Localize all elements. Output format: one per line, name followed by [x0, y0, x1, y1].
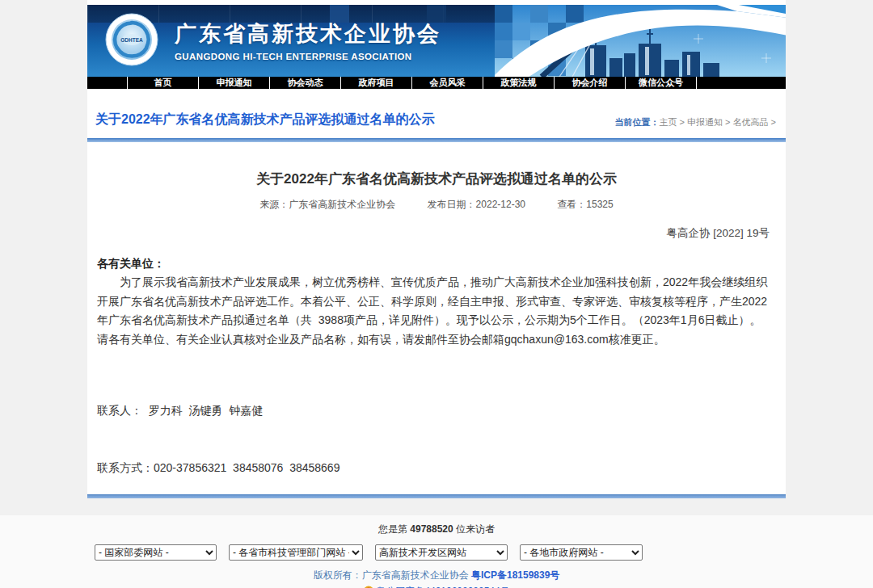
nav-blank-lead — [87, 77, 127, 89]
nav-item-member-showcase[interactable]: 会员风采 — [411, 77, 483, 89]
article-paragraph-2: 请各有关单位、有关企业认真核对企业及产品名称，如有误，请发邮件至协会邮箱gqch… — [97, 330, 776, 350]
page: GDHTEA 广东省高新技术企业协会 GUANGDONG HI-TECH ENT… — [0, 0, 873, 588]
select-provincial-tech-departments[interactable]: - 各省市科技管理部门网站 - — [229, 544, 363, 561]
article-meta: 来源：广东省高新技术企业协会 发布日期：2022-12-30 查看：15325 — [97, 195, 776, 215]
nav-item-policies-regulations[interactable]: 政策法规 — [483, 77, 554, 89]
copyright-text: 版权所有：广东省高新技术企业协会 — [314, 569, 471, 581]
main-nav: 首页 申报通知 协会动态 政府项目 会员风采 政策法规 协会介绍 微信公众号 — [87, 77, 786, 89]
nav-item-home[interactable]: 首页 — [127, 77, 198, 89]
association-logo-icon: GDHTEA — [105, 13, 158, 66]
article-publish-date: 发布日期：2022-12-30 — [428, 199, 525, 210]
select-national-ministries[interactable]: - 国家部委网站 - — [95, 544, 217, 561]
icp-record-link[interactable]: 粤ICP备18159839号 — [471, 569, 559, 581]
visitor-count: 49788520 — [410, 523, 453, 535]
article: 关于2022年广东省名优高新技术产品评选拟通过名单的公示 来源：广东省高新技术企… — [87, 170, 786, 494]
nav-item-wechat-account[interactable]: 微信公众号 — [625, 77, 696, 89]
contact-info: 联系方式：020-37856321 38458076 38458669 — [97, 459, 776, 478]
friend-links-row: - 国家部委网站 - - 各省市科技管理部门网站 - 高新技术开发区网站 - 各… — [95, 544, 786, 561]
site-title-cn: 广东省高新技术企业协会 — [175, 19, 441, 48]
page-title-row: 关于2022年广东省名优高新技术产品评选拟通过名单的公示 当前位置：主页 > 申… — [87, 89, 786, 138]
article-views: 查看：15325 — [557, 199, 613, 210]
select-hightech-zones[interactable]: 高新技术开发区网站 — [375, 544, 508, 561]
svg-text:GDHTEA: GDHTEA — [120, 37, 143, 43]
security-record-line: 粤公网安备44010602000544号 — [87, 585, 786, 588]
nav-item-association-news[interactable]: 协会动态 — [269, 77, 340, 89]
article-title: 关于2022年广东省名优高新技术产品评选拟通过名单的公示 — [97, 170, 776, 189]
nav-item-government-projects[interactable]: 政府项目 — [340, 77, 411, 89]
select-city-governments[interactable]: - 各地市政府网站 - — [520, 544, 643, 561]
site-header: GDHTEA 广东省高新技术企业协会 GUANGDONG HI-TECH ENT… — [87, 5, 786, 77]
page-title: 关于2022年广东省名优高新技术产品评选拟通过名单的公示 — [95, 111, 435, 128]
nav-item-about-association[interactable]: 协会介绍 — [554, 77, 625, 89]
copyright-line: 版权所有：广东省高新技术企业协会 粤ICP备18159839号 — [87, 569, 786, 582]
content-bottom-bar — [87, 494, 786, 498]
nav-blank-tail — [696, 77, 786, 89]
breadcrumb: 当前位置：主页 > 申报通知 > 名优高品 > — [614, 116, 776, 128]
nav-item-application-notice[interactable]: 申报通知 — [198, 77, 269, 89]
site-title-en: GUANGDONG HI-TECH ENTERPRISE ASOCIATION — [175, 52, 441, 61]
breadcrumb-path[interactable]: 主页 > 申报通知 > 名优高品 > — [659, 117, 776, 127]
contact-person: 联系人： 罗力科 汤键勇 钟嘉健 — [97, 401, 776, 421]
article-paragraph-1: 为了展示我省高新技术产业发展成果，树立优秀榜样、宣传优质产品，推动广大高新技术企… — [97, 273, 776, 330]
visitor-counter: 您是第 49788520 位来访者 — [87, 523, 786, 536]
contact-block: 联系人： 罗力科 汤键勇 钟嘉健 联系方式：020-37856321 38458… — [97, 363, 776, 494]
salutation: 各有关单位： — [97, 254, 776, 274]
main-content: GDHTEA 广东省高新技术企业协会 GUANGDONG HI-TECH ENT… — [87, 0, 786, 494]
header-cityscape — [495, 5, 786, 77]
article-source: 来源：广东省高新技术企业协会 — [259, 199, 395, 210]
document-number: 粤高企协 [2022] 19号 — [97, 224, 770, 243]
footer: 您是第 49788520 位来访者 - 国家部委网站 - - 各省市科技管理部门… — [0, 515, 873, 588]
site-title-block: 广东省高新技术企业协会 GUANGDONG HI-TECH ENTERPRISE… — [175, 19, 441, 61]
title-divider — [87, 138, 786, 142]
breadcrumb-label: 当前位置： — [614, 117, 659, 127]
